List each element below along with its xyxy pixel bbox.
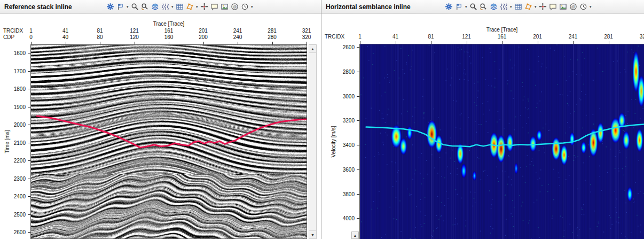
wiggle-display-icon[interactable] [499,2,509,12]
y-tick-label: 3600 [343,166,355,172]
display-mode-icon[interactable] [454,2,464,12]
x-axis-row-trcidx: TRCIDX 14181121161201241281321 [321,34,644,40]
snapshot-icon[interactable] [558,2,568,12]
x-tick-label: 320 [302,34,311,40]
y-tick-label: 1800 [14,86,26,92]
y-tick-labels: 26002800300032003400360038004000 [321,44,359,238]
panel-body-left: Trace [Trace] TRCIDX 1418112116120124128… [0,14,321,239]
x-axis-row-label: CDP [3,34,14,40]
panel-reference-stack: Reference stack inline ▾▾▾@▾ Trace [Trac… [0,0,321,239]
y-tick-label: 2400 [14,194,26,199]
plot-row-left: Time [ms] 160017001800190020002100220023… [0,44,321,239]
y-tick-label: 1700 [14,68,26,74]
wiggle-display-icon[interactable] [160,2,170,12]
dropdown-arrow-icon[interactable]: ▾ [464,5,468,9]
polygon-pick-icon[interactable] [185,2,195,12]
y-tick-label: 2800 [343,68,355,74]
annotation-icon[interactable] [548,2,558,12]
svg-text:@: @ [571,4,575,9]
scroll-up-button[interactable]: ▲ [309,45,316,53]
x-tick-label: 241 [569,34,578,40]
panel-body-right: Trace [Trace] TRCIDX 1418112116120124128… [321,14,644,239]
settings-gear-icon[interactable] [444,2,454,12]
x-tick-label: 41 [62,28,68,34]
toolbar-right: ▾▾▾@▾ [444,2,593,12]
panel-header-right: Horizontal semblance inline ▾▾▾@▾ [321,0,644,14]
layers-icon[interactable] [489,2,499,12]
x-tick-labels: 14181121161201241281321 [31,28,307,34]
dropdown-arrow-icon[interactable]: ▾ [250,5,254,9]
y-axis-right: Velocity [m/s] 2600280030003200340036003… [321,44,359,239]
x-tick-label: 321 [302,28,311,34]
x-tick-label: 200 [199,34,208,40]
y-tick-label: 2600 [14,229,26,235]
scrollbar-track[interactable] [309,53,316,230]
y-tick-label: 3200 [343,118,355,124]
y-tick-label: 1900 [14,104,26,110]
panel-title: Reference stack inline [4,3,72,11]
y-tick-label: 2600 [343,44,355,50]
snapshot-icon[interactable] [219,2,230,12]
x-tick-label: 201 [533,34,542,40]
panel-header-left: Reference stack inline ▾▾▾@▾ [0,0,321,14]
scroll-down-button[interactable]: ▼ [309,230,316,238]
zoom-area-icon[interactable] [140,2,150,12]
annotation-icon[interactable] [209,2,219,12]
x-tick-label: 121 [130,28,139,34]
measure-icon[interactable]: @ [568,2,578,12]
dropdown-arrow-icon[interactable]: ▾ [533,5,538,9]
display-mode-icon[interactable] [115,2,125,12]
top-axis-left: Trace [Trace] TRCIDX 1418112116120124128… [0,14,321,44]
scroll-corner-button[interactable]: ▲ [351,232,359,239]
dropdown-arrow-icon[interactable]: ▾ [509,5,513,9]
x-tick-label: 40 [62,34,68,40]
y-tick-label: 3400 [343,142,355,148]
settings-gear-icon[interactable] [105,2,115,12]
zoom-icon[interactable] [130,2,140,12]
x-tick-marks [360,40,644,44]
dropdown-arrow-icon[interactable]: ▾ [195,5,199,9]
dropdown-arrow-icon[interactable]: ▾ [170,5,175,9]
x-axis-title: Trace [Trace] [360,27,644,34]
x-tick-label: 1 [29,28,33,34]
x-tick-label: 240 [233,34,242,40]
crosshair-position-icon[interactable] [199,2,209,12]
vertical-scrollbar[interactable]: ▲ ▼ [309,44,317,239]
y-tick-label: 2100 [14,140,26,145]
seismic-plot[interactable] [30,44,307,239]
x-tick-label: 281 [604,34,613,40]
zoom-area-icon[interactable] [478,2,489,12]
crosshair-position-icon[interactable] [538,2,548,12]
toolbar-left: ▾▾▾@▾ [105,2,254,12]
panel-semblance: Horizontal semblance inline ▾▾▾@▾ Trace … [321,0,644,239]
polygon-pick-icon[interactable] [523,2,533,12]
panel-title: Horizontal semblance inline [326,3,411,11]
x-tick-label: 161 [164,28,174,34]
seismic-canvas[interactable] [31,45,307,238]
measure-icon[interactable]: @ [230,2,240,12]
x-tick-label: 161 [498,34,507,40]
y-tick-labels: 1600170018001900200021002200230024002500… [0,45,30,238]
zoom-icon[interactable] [468,2,478,12]
plot-row-right: Velocity [m/s] 2600280030003200340036003… [321,44,644,239]
x-tick-labels: 14181121161201241281321 [360,34,644,40]
y-tick-label: 1600 [14,50,26,56]
time-control-icon[interactable] [240,2,250,12]
dropdown-arrow-icon[interactable]: ▾ [588,5,593,9]
app-window: Reference stack inline ▾▾▾@▾ Trace [Trac… [0,0,644,239]
x-tick-label: 41 [392,34,398,40]
spreadsheet-icon[interactable] [175,2,185,12]
x-tick-label: 201 [199,28,208,34]
time-control-icon[interactable] [578,2,588,12]
semblance-canvas[interactable] [360,44,644,239]
dropdown-arrow-icon[interactable]: ▾ [125,5,130,9]
semblance-plot[interactable] [359,44,644,239]
x-tick-label: 1 [358,34,362,40]
layers-icon[interactable] [150,2,160,12]
x-tick-marks [31,41,307,44]
top-axis-right: Trace [Trace] TRCIDX 1418112116120124128… [321,14,644,44]
x-axis-row-label: TRCIDX [325,34,344,40]
x-axis-title: Trace [Trace] [31,21,307,28]
spreadsheet-icon[interactable] [513,2,523,12]
svg-text:@: @ [232,4,237,9]
